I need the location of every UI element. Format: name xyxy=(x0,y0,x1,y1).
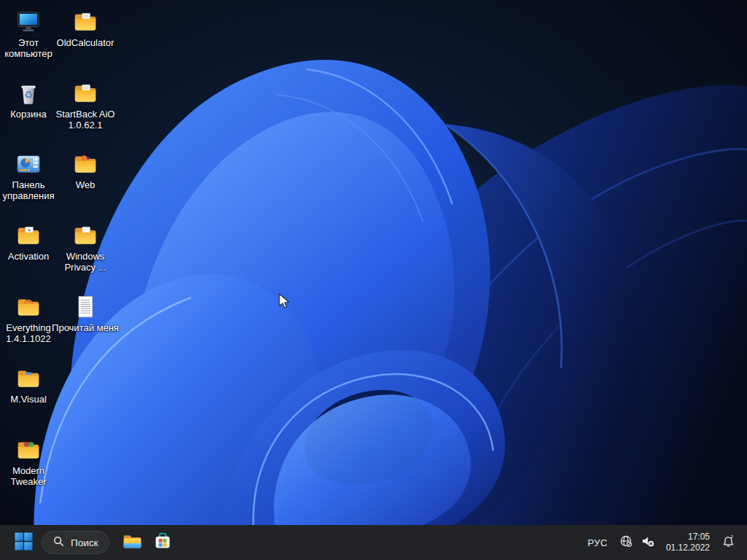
folder-icon xyxy=(71,8,99,36)
icon-label: Web xyxy=(76,179,96,190)
microsoft-store-icon xyxy=(153,532,172,553)
desktop-icon-oldcalculator[interactable]: OldCalculator xyxy=(50,8,120,48)
file-explorer-icon xyxy=(123,532,142,554)
control-panel-icon xyxy=(15,150,42,178)
folder-icon xyxy=(15,436,42,464)
desktop-icon-web[interactable]: Web xyxy=(50,150,120,190)
file-explorer-button[interactable] xyxy=(118,529,146,556)
folder-icon xyxy=(15,222,42,249)
network-status-button[interactable] xyxy=(616,529,638,556)
taskbar: Поиск xyxy=(0,525,747,560)
notification-bell-dnd-icon: z xyxy=(721,534,736,551)
folder-icon xyxy=(15,293,42,321)
folder-icon xyxy=(15,365,42,392)
start-button[interactable] xyxy=(9,529,37,556)
windows-logo-icon xyxy=(15,532,33,553)
icon-label: Корзина xyxy=(10,109,47,120)
desktop-icon-windows-privacy[interactable]: Windows Privacy ... xyxy=(50,222,120,273)
desktop-icon-readme[interactable]: Прочитай меня xyxy=(50,293,120,333)
volume-muted-icon xyxy=(641,534,655,551)
icon-label: M.Visual xyxy=(10,394,47,405)
svg-text:z: z xyxy=(731,534,734,540)
desktop-icon-modern-tweaker[interactable]: Modern Tweaker xyxy=(0,436,63,487)
language-indicator[interactable]: РУС xyxy=(579,537,616,548)
icon-label: OldCalculator xyxy=(57,37,115,48)
tray-date: 01.12.2022 xyxy=(666,542,710,553)
icon-label: Прочитай меня xyxy=(52,322,119,333)
taskbar-left-group: Поиск xyxy=(0,529,177,556)
this-pc-icon xyxy=(15,8,42,36)
desktop-icon-mvisual[interactable]: M.Visual xyxy=(0,365,63,405)
desktop-screen: Этот компьютер OldCalculator ♻ Корзина xyxy=(0,0,747,560)
icon-label: Activation xyxy=(8,251,49,262)
taskbar-search[interactable]: Поиск xyxy=(42,531,109,554)
recycle-bin-icon: ♻ xyxy=(15,79,42,107)
search-label: Поиск xyxy=(71,537,98,548)
microsoft-store-button[interactable] xyxy=(149,529,177,556)
icon-label: StartBack AiO 1.0.62.1 xyxy=(50,109,120,131)
text-file-icon xyxy=(71,293,99,321)
svg-text:♻: ♻ xyxy=(24,89,33,101)
search-icon xyxy=(53,536,64,549)
folder-icon xyxy=(71,150,99,178)
folder-icon xyxy=(71,79,99,107)
clock[interactable]: 17:05 01.12.2022 xyxy=(659,532,716,553)
folder-icon xyxy=(71,222,99,249)
icon-label: Windows Privacy ... xyxy=(50,251,120,273)
icon-label: Modern Tweaker xyxy=(0,465,63,487)
desktop-icon-startback-aio[interactable]: StartBack AiO 1.0.62.1 xyxy=(50,79,120,131)
tray-time: 17:05 xyxy=(688,532,710,542)
notification-center-button[interactable]: z xyxy=(716,529,741,556)
globe-no-internet-icon xyxy=(619,534,633,551)
volume-button[interactable] xyxy=(638,529,659,556)
system-tray: РУС xyxy=(579,529,747,556)
